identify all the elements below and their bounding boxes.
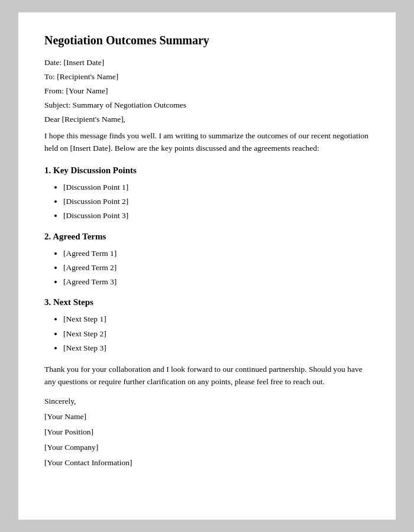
document-title: Negotiation Outcomes Summary — [44, 34, 370, 47]
signature-name: [Your Name] — [44, 412, 370, 421]
list-item: [Next Step 2] — [63, 328, 370, 340]
section-2-heading: 2. Agreed Terms — [44, 232, 370, 242]
meta-from: From: [Your Name] — [44, 86, 370, 96]
intro-paragraph: I hope this message finds you well. I am… — [44, 130, 370, 155]
list-item: [Discussion Point 3] — [63, 210, 370, 222]
list-item: [Next Step 3] — [63, 342, 370, 354]
meta-subject: Subject: Summary of Negotiation Outcomes — [44, 100, 370, 110]
closing-paragraph: Thank you for your collaboration and I l… — [44, 364, 370, 388]
meta-date: Date: [Insert Date] — [44, 58, 370, 67]
list-item: [Agreed Term 3] — [63, 276, 370, 288]
list-item: [Agreed Term 2] — [63, 262, 370, 274]
list-item: [Discussion Point 1] — [63, 181, 370, 193]
signature-position: [Your Position] — [44, 427, 370, 437]
document-container: Negotiation Outcomes Summary Date: [Inse… — [18, 12, 396, 520]
section-3-list: [Next Step 1] [Next Step 2] [Next Step 3… — [63, 313, 370, 354]
sign-off: Sincerely, — [44, 397, 370, 406]
section-1-heading: 1. Key Discussion Points — [44, 166, 370, 176]
signature-contact: [Your Contact Information] — [44, 458, 370, 468]
meta-to: To: [Recipient's Name] — [44, 72, 370, 82]
list-item: [Next Step 1] — [63, 313, 370, 325]
signature-company: [Your Company] — [44, 443, 370, 452]
list-item: [Agreed Term 1] — [63, 248, 370, 259]
greeting-line: Dear [Recipient's Name], — [44, 115, 370, 124]
section-2-list: [Agreed Term 1] [Agreed Term 2] [Agreed … — [63, 248, 370, 288]
section-3-heading: 3. Next Steps — [44, 297, 370, 307]
section-1-list: [Discussion Point 1] [Discussion Point 2… — [63, 181, 370, 222]
list-item: [Discussion Point 2] — [63, 196, 370, 207]
